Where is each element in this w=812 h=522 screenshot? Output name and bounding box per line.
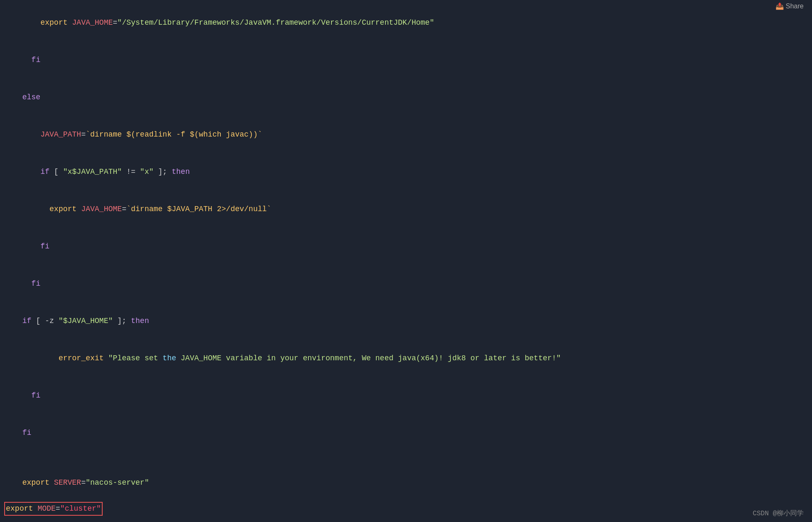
- share-button[interactable]: 📤 Share: [776, 2, 804, 10]
- share-icon: 📤: [776, 2, 784, 10]
- line-5: if [ "x$JAVA_PATH" != "x" ]; then: [4, 153, 804, 191]
- highlighted-mode-line: export MODE="cluster": [4, 502, 103, 516]
- line-14: export SERVER="nacos-server": [4, 464, 804, 501]
- watermark: CSDN @柳小同学: [753, 509, 804, 518]
- line-4: JAVA_PATH=`dirname $(readlink -f $(which…: [4, 116, 804, 153]
- code-block: export JAVA_HOME="/System/Library/Framew…: [0, 0, 812, 522]
- line-1: export JAVA_HOME="/System/Library/Framew…: [4, 4, 804, 41]
- line-15: export MODE="cluster": [4, 502, 804, 522]
- line-12: fi: [4, 415, 804, 452]
- line-10: error_exit "Please set the JAVA_HOME var…: [4, 340, 804, 377]
- line-9: if [ -z "$JAVA_HOME" ]; then: [4, 303, 804, 340]
- line-7: fi: [4, 228, 804, 265]
- share-label: Share: [786, 3, 804, 10]
- line-2: fi: [4, 41, 804, 79]
- line-blank: [4, 452, 804, 465]
- line-11: fi: [4, 377, 804, 415]
- line-3: else: [4, 79, 804, 116]
- line-6: export JAVA_HOME=`dirname $JAVA_PATH 2>/…: [4, 191, 804, 228]
- line-8: fi: [4, 265, 804, 302]
